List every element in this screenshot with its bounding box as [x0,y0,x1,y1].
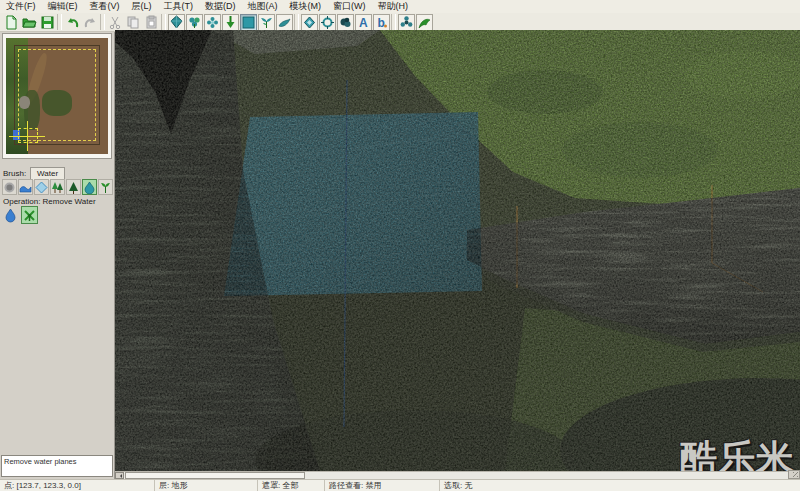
operation-toolbar [2,206,38,224]
cut-icon[interactable] [107,14,124,31]
menu-layer[interactable]: 层(L) [126,0,158,13]
resize-grip[interactable] [788,470,800,479]
menu-file[interactable]: 文件(F) [0,0,42,13]
brush-toolbar [2,179,113,195]
status-layer: 层: 地形 [155,480,258,491]
menu-map[interactable]: 地图(A) [242,0,284,13]
flower-brush-icon[interactable] [204,14,221,31]
status-cursor-position: 点: [123.7, 123.3, 0.0] [0,480,155,491]
toolbar-separator [57,14,62,30]
menu-view[interactable]: 查看(V) [84,0,126,13]
menu-edit[interactable]: 编辑(E) [42,0,84,13]
undo-icon[interactable] [64,14,81,31]
minimap-selection-box [18,128,38,143]
menu-module[interactable]: 模块(M) [284,0,328,13]
brush-label: Brush: [3,169,26,178]
save-icon[interactable] [39,14,56,31]
status-path-view: 路径查看: 禁用 [325,480,440,491]
toolbar-separator [294,14,299,30]
scrollbar-thumb[interactable] [125,472,305,479]
sidebar: Brush: Water Operation: Remove Water Rem… [0,32,115,479]
operation-label: Operation: Remove Water [3,197,96,206]
flower-effect-icon[interactable] [398,14,415,31]
remove-water-plant-icon[interactable] [21,206,38,224]
menu-bar: 文件(F) 编辑(E) 查看(V) 层(L) 工具(T) 数据(D) 地图(A)… [0,0,800,14]
status-mask: 遮罩: 全部 [258,480,325,491]
paste-icon[interactable] [143,14,160,31]
watermark: 酷乐米 [680,434,794,471]
plant-brush-icon[interactable] [258,14,275,31]
status-selection: 选取: 无 [440,480,800,491]
tree-swirl-icon[interactable] [416,14,433,31]
menu-data[interactable]: 数据(D) [199,0,242,13]
add-water-droplet-icon[interactable] [2,206,19,224]
svg-text:b: b [377,16,384,30]
redo-icon[interactable] [82,14,99,31]
text-a-icon[interactable]: A [355,14,372,31]
toolbar-separator [161,14,166,30]
new-file-icon[interactable] [3,14,20,31]
toolbar-separator [391,14,396,30]
horizontal-scrollbar[interactable] [115,471,788,479]
dark-gem-icon[interactable] [337,14,354,31]
scroll-left-button[interactable] [115,472,124,479]
down-arrow-icon[interactable] [222,14,239,31]
minimap-panel [2,33,112,159]
trees-icon[interactable] [50,179,65,195]
water-droplet-icon[interactable] [82,179,97,195]
menu-window[interactable]: 窗口(W) [327,0,372,13]
doodad-clover-icon[interactable] [186,14,203,31]
gear-icon[interactable] [319,14,336,31]
terrain-gem-icon[interactable] [168,14,185,31]
plant-icon[interactable] [98,179,113,195]
map-editor-window: 文件(F) 编辑(E) 查看(V) 层(L) 工具(T) 数据(D) 地图(A)… [0,0,800,491]
path-swoosh-icon[interactable] [276,14,293,31]
doc-d-icon[interactable]: b [373,14,390,31]
water-drop-diamond-icon[interactable] [34,179,49,195]
toolbar-separator [100,14,105,30]
menu-help[interactable]: 帮助(H) [372,0,415,13]
svg-text:A: A [359,16,368,30]
menu-tools[interactable]: 工具(T) [158,0,200,13]
minimap[interactable] [6,38,108,154]
dark-tree-icon[interactable] [66,179,81,195]
diamond-icon[interactable] [301,14,318,31]
terrain-canvas [115,30,800,471]
open-file-icon[interactable] [21,14,38,31]
water-wave-icon[interactable] [18,179,33,195]
tool-description-box: Remove water planes [1,455,113,477]
copy-icon[interactable] [125,14,142,31]
terrain-viewport[interactable]: 酷乐米 [115,30,800,471]
airbrush-icon[interactable] [2,179,17,195]
status-bar: 点: [123.7, 123.3, 0.0] 层: 地形 遮罩: 全部 路径查看… [0,479,800,491]
water-plane-icon[interactable] [240,14,257,31]
